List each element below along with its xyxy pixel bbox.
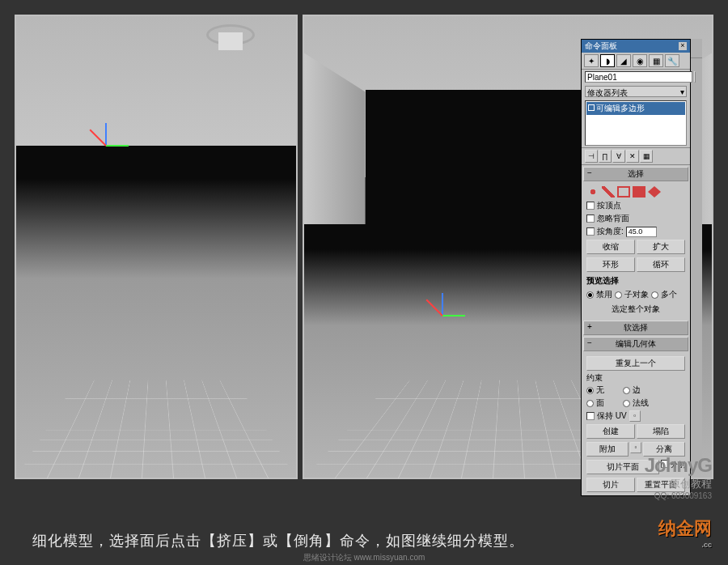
repeat-last-button[interactable]: 重复上一个: [586, 356, 685, 371]
close-icon[interactable]: ×: [679, 42, 687, 50]
modify-tab-icon[interactable]: ◗: [600, 54, 615, 67]
vertex-subobj-icon[interactable]: [586, 186, 599, 198]
constraints-label: 约束: [586, 372, 685, 384]
chevron-down-icon: ▾: [680, 87, 684, 96]
color-swatch[interactable]: [694, 71, 696, 83]
selection-rollout-header[interactable]: 选择: [583, 167, 688, 181]
remove-modifier-icon[interactable]: ✕: [626, 150, 639, 163]
transform-gizmo[interactable]: [417, 291, 466, 340]
disable-radio[interactable]: [586, 291, 594, 299]
edge-subobj-icon[interactable]: [602, 186, 615, 198]
constrain-edge-radio[interactable]: [623, 387, 630, 394]
ring-button[interactable]: 环形: [586, 257, 635, 272]
show-end-result-icon[interactable]: ∏: [599, 150, 612, 163]
preserve-uv-checkbox[interactable]: [586, 412, 595, 420]
subobject-radio[interactable]: [615, 291, 622, 299]
ignore-backfacing-checkbox[interactable]: [586, 215, 595, 223]
modifier-stack[interactable]: 可编辑多边形: [585, 100, 687, 146]
hierarchy-tab-icon[interactable]: ◢: [616, 54, 631, 67]
modifier-list-dropdown[interactable]: 修改器列表▾: [585, 86, 687, 97]
edit-geometry-rollout-header[interactable]: 编辑几何体: [583, 337, 688, 351]
configure-sets-icon[interactable]: ▦: [640, 150, 653, 163]
constrain-none-radio[interactable]: [586, 387, 594, 394]
constrain-face-radio[interactable]: [586, 400, 594, 407]
viewport-left[interactable]: [15, 15, 298, 479]
slice-button[interactable]: 切片: [586, 478, 635, 492]
multiple-radio[interactable]: [651, 291, 658, 299]
display-tab-icon[interactable]: ▦: [649, 54, 663, 67]
angle-spinner[interactable]: 45.0: [626, 227, 657, 237]
panel-tab-strip[interactable]: [691, 39, 702, 468]
constrain-normal-radio[interactable]: [623, 400, 630, 407]
tab-item[interactable]: [691, 39, 702, 58]
shrink-button[interactable]: 收缩: [586, 240, 635, 254]
main-tabs: ✦ ◗ ◢ ◉ ▦ 🔧: [582, 53, 690, 70]
modifier-item[interactable]: 可编辑多边形: [586, 102, 685, 115]
panel-titlebar[interactable]: 命令面板 ×: [582, 40, 690, 53]
command-panel: 命令面板 × ✦ ◗ ◢ ◉ ▦ 🔧 修改器列表▾ 可编辑多边形 ⊣ ∏ ∀ ✕…: [581, 39, 691, 496]
utilities-tab-icon[interactable]: 🔧: [665, 54, 679, 67]
attach-button[interactable]: 附加: [586, 442, 629, 457]
create-button[interactable]: 创建: [586, 424, 635, 439]
selection-rollout: 按顶点 忽略背面 按角度: 45.0 收缩 扩大 环形 循环 预览选择 禁用 子…: [582, 183, 690, 319]
footer-text: 思绪设计论坛 www.missyuan.com: [0, 552, 728, 563]
collapse-button[interactable]: 塌陷: [637, 424, 685, 439]
light-fixture: [202, 24, 259, 65]
panel-title-text: 命令面板: [585, 40, 617, 52]
preserve-uv-settings[interactable]: ▫: [629, 410, 641, 422]
stack-toolbar: ⊣ ∏ ∀ ✕ ▦: [582, 147, 690, 165]
by-angle-checkbox[interactable]: [586, 227, 595, 236]
grow-button[interactable]: 扩大: [637, 240, 685, 254]
model-area: [16, 16, 296, 478]
soft-selection-rollout-header[interactable]: 软选择: [583, 321, 688, 335]
instruction-caption: 细化模型，选择面后点击【挤压】或【倒角】命令，如图继续细分模型。: [32, 531, 696, 550]
attach-settings[interactable]: ▫: [630, 442, 641, 453]
site-logo: 纳金网.cc: [658, 516, 712, 549]
make-unique-icon[interactable]: ∀: [612, 150, 625, 163]
motion-tab-icon[interactable]: ◉: [633, 54, 647, 67]
by-vertex-checkbox[interactable]: [586, 202, 595, 210]
polygon-subobj-icon[interactable]: [633, 186, 645, 198]
selection-info: 选定整个对象: [586, 301, 685, 317]
transform-gizmo[interactable]: [81, 121, 129, 170]
preview-selection-label: 预览选择: [586, 274, 685, 288]
watermark: JohnyG 原创教程 QQ: 603009163: [645, 454, 712, 500]
border-subobj-icon[interactable]: [617, 186, 630, 198]
object-name-input[interactable]: [585, 71, 692, 83]
element-subobj-icon[interactable]: [648, 186, 661, 198]
pin-stack-icon[interactable]: ⊣: [585, 150, 598, 163]
create-tab-icon[interactable]: ✦: [584, 54, 599, 67]
loop-button[interactable]: 循环: [637, 257, 685, 272]
